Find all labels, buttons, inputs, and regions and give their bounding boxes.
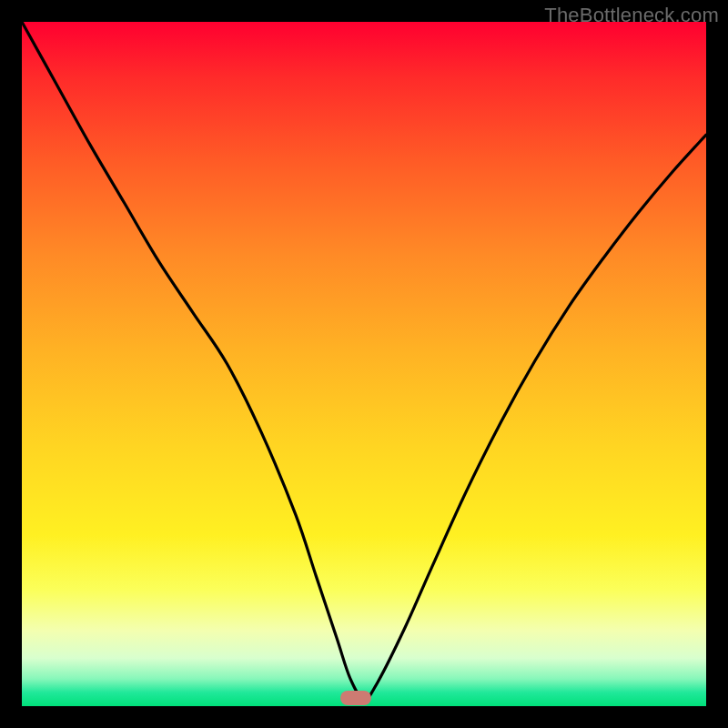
watermark-text: TheBottleneck.com bbox=[544, 4, 719, 27]
plot-area bbox=[22, 22, 706, 706]
bottleneck-curve bbox=[22, 22, 706, 706]
chart-frame: TheBottleneck.com bbox=[0, 0, 728, 728]
optimal-marker bbox=[340, 691, 371, 705]
